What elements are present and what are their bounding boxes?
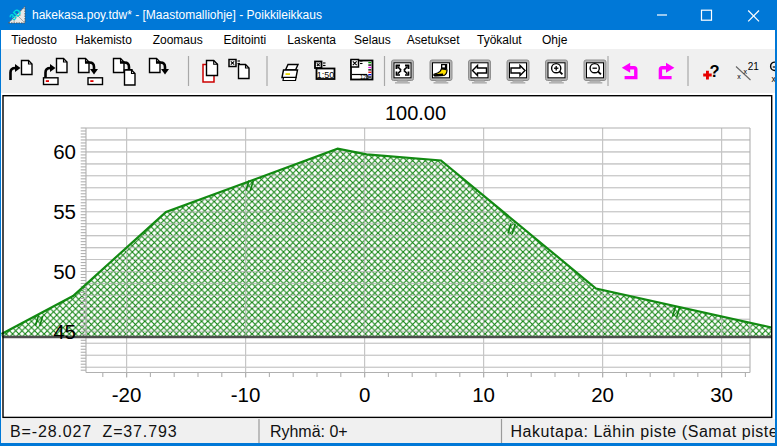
svg-text:50: 50 bbox=[53, 260, 76, 283]
svg-text:123: 123 bbox=[360, 74, 369, 80]
svg-text:100.00: 100.00 bbox=[385, 102, 446, 124]
svg-text:30: 30 bbox=[710, 383, 733, 406]
svg-text:0: 0 bbox=[359, 383, 370, 406]
svg-text:20: 20 bbox=[591, 383, 614, 406]
svg-text:55: 55 bbox=[53, 200, 76, 223]
svg-text:21: 21 bbox=[748, 61, 760, 72]
svg-text:x: x bbox=[772, 74, 777, 84]
svg-text:45: 45 bbox=[53, 320, 76, 343]
svg-text:-20: -20 bbox=[112, 383, 142, 406]
svg-text:?: ? bbox=[710, 62, 720, 80]
svg-text:1:50: 1:50 bbox=[317, 70, 335, 80]
svg-text:-10: -10 bbox=[231, 383, 261, 406]
svg-text:10: 10 bbox=[472, 383, 495, 406]
svg-text:x: x bbox=[744, 68, 748, 75]
svg-text:x: x bbox=[737, 73, 741, 80]
svg-text:60: 60 bbox=[53, 140, 76, 163]
